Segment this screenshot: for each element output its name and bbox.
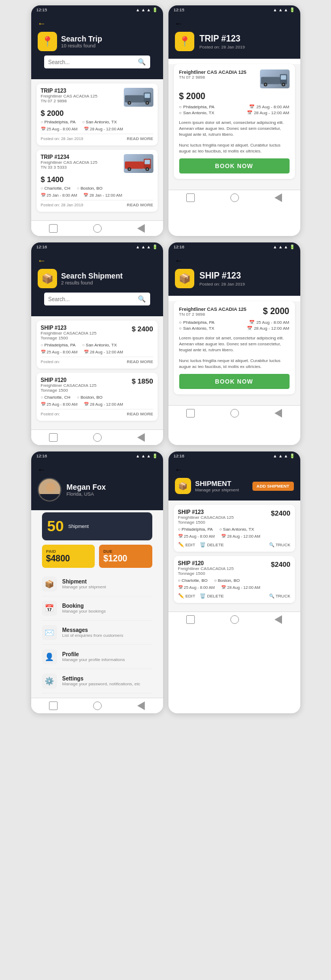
trip-detail-card-top: Freightliner CAS ACADIA 125 TN 07 2 9898: [179, 69, 290, 88]
svg-point-21: [46, 483, 55, 492]
back-arrow-2[interactable]: ←: [38, 256, 157, 266]
trip-detail-date2: 📅 28 Aug - 12:00 AM: [247, 110, 290, 115]
cal-icon-0a: 📅: [41, 127, 46, 131]
ship-detail-loc-row-2: ○ San Antonio, TX 📅 28 Aug - 12:00 AM: [179, 326, 290, 331]
trip-card-1-posted: Posted on: 28 Jan 2019: [41, 203, 83, 207]
ship-from-icon-1: ○: [41, 395, 44, 400]
nav-circle-1[interactable]: [93, 224, 102, 233]
manage-ship-card-0: SHIP #123 Freightliner CASACADIA 125 Ton…: [174, 505, 295, 552]
bottom-nav-1: [31, 220, 163, 236]
trip-card-0-tn: TN 07 2 9898: [41, 99, 97, 103]
ship-cal-1b: 📅: [84, 402, 89, 407]
shipment-search-bar[interactable]: 🔍: [44, 293, 150, 305]
nav-triangle-3r[interactable]: [274, 615, 282, 624]
nav-triangle-2[interactable]: [137, 433, 145, 442]
trip-title: Search Trip: [61, 34, 102, 43]
ship-card-0-date1: 📅 25 Aug - 8:00 AM: [41, 350, 78, 355]
menu-item-booking[interactable]: 📅 Booking Manage your bookings: [42, 596, 152, 621]
trip-card-0-readmore[interactable]: READ MORE: [127, 136, 153, 141]
nav-square-1[interactable]: [49, 224, 58, 233]
trip-card-1-readmore[interactable]: READ MORE: [127, 203, 153, 207]
nav-triangle-2r[interactable]: [274, 409, 282, 418]
truck-svg-0: [125, 89, 152, 106]
shipment-search-header: ← 📦 Search Shipment 2 results found 🔍: [31, 252, 163, 316]
nav-triangle-3[interactable]: [137, 701, 145, 710]
nav-square-3[interactable]: [49, 701, 58, 710]
back-arrow-3[interactable]: ←: [38, 465, 46, 474]
nav-circle-3r[interactable]: [230, 615, 239, 624]
back-arrow-1[interactable]: ←: [38, 19, 157, 29]
detail-from-icon: ○: [179, 105, 182, 109]
status-bar-2r: 12:16 ▲ ▲ ▲ 🔋: [168, 242, 300, 252]
truck-btn-1[interactable]: 🔍 TRUCK: [269, 594, 291, 599]
menu-messages-icon: ✉️: [42, 625, 57, 640]
svg-point-17: [265, 84, 266, 85]
truck-btn-0[interactable]: 🔍 TRUCK: [269, 543, 291, 547]
book-now-btn-1[interactable]: BOOK NOW: [179, 158, 290, 173]
row-3: 12:16 ▲ ▲ ▲ 🔋 ← Megan Fox Florid: [5, 451, 326, 713]
ship-to-icon-1: ○: [77, 395, 80, 400]
status-bar-1r: 12:15 ▲ ▲ ▲ 🔋: [168, 5, 300, 15]
shipment-detail-header: ← 📦 SHIP #123 Posted on: 28 Jan 2019: [168, 252, 300, 296]
delete-btn-0[interactable]: 🗑️ DELETE: [200, 542, 224, 547]
edit-btn-0[interactable]: ✏️ EDIT: [178, 542, 195, 547]
svg-rect-7: [125, 161, 144, 168]
trip-detail-desc1: Lorem ipsum dolor sit amet, consectetur …: [179, 120, 290, 138]
menu-item-shipment[interactable]: 📦 Shipment Manage your shipment: [42, 572, 152, 596]
ship-card-1-to: ○ Boston, BO: [77, 395, 103, 400]
ship-detail-tn: TN 07 2 9898: [179, 312, 247, 317]
menu-messages-title: Messages: [62, 627, 123, 633]
title-row-1: 📍 Search Trip 10 results found: [38, 32, 157, 51]
trip-card-1: TRIP #1234 Freightliner CAS ACADIA 125 T…: [37, 150, 158, 212]
trip-card-1-id: TRIP #1234: [41, 154, 97, 160]
bottom-nav-1r: [168, 190, 300, 205]
payment-due: DUE $1200: [99, 545, 152, 568]
search-trip-phone: 12:15 ▲ ▲ ▲ 🔋 ← 📍 Search Trip 10 results…: [31, 5, 163, 236]
ship-card-0-readmore[interactable]: READ MORE: [127, 359, 153, 364]
trip-detail-id: TRIP #123: [200, 34, 245, 44]
edit-icon-0: ✏️: [178, 542, 184, 547]
nav-circle-2[interactable]: [93, 433, 102, 442]
menu-item-settings[interactable]: ⚙️ Settings Manage your password, notifi…: [42, 669, 152, 693]
nav-square-2r[interactable]: [186, 409, 195, 418]
manage-cal-1b: 📅: [221, 585, 226, 590]
book-now-btn-2[interactable]: BOOK NOW: [179, 374, 290, 389]
manage-ship-1-tonnage: Tonnage 1500: [178, 571, 234, 576]
ship-detail-from-icon: ○: [179, 320, 182, 325]
manage-ship-0-id: SHIP #123: [178, 509, 234, 515]
back-arrow-1r[interactable]: ←: [175, 19, 184, 28]
trip-card-0-header: TRIP #123 Freightliner CAS ACADIA 125 TN…: [41, 88, 153, 107]
nav-square-3r[interactable]: [186, 615, 195, 624]
edit-btn-1[interactable]: ✏️ EDIT: [178, 593, 195, 599]
ship-card-1-readmore[interactable]: READ MORE: [127, 412, 153, 416]
icons-2r: ▲ ▲ ▲ 🔋: [273, 245, 294, 249]
menu-item-profile[interactable]: 👤 Profile Manage your profile informatio…: [42, 645, 152, 669]
nav-circle-3[interactable]: [93, 701, 102, 710]
nav-square-2[interactable]: [49, 433, 58, 442]
manage-ship-0-top: SHIP #123 Freightliner CASACADIA 125 Ton…: [178, 509, 291, 525]
nav-triangle-1[interactable]: [137, 224, 145, 233]
manage-ship-0-price: $2400: [271, 509, 290, 525]
trip-card-1-date1: 📅 25 Jan - 8:00 AM: [41, 193, 78, 198]
status-bar-2: 12:16 ▲ ▲ ▲ 🔋: [31, 242, 163, 252]
nav-circle-1r[interactable]: [230, 193, 239, 202]
trip-search-input[interactable]: [48, 59, 138, 65]
shipment-search-input[interactable]: [48, 296, 138, 302]
svg-rect-0: [125, 95, 144, 102]
trip-detail-loc-row-1: ○ Philadelphia, PA 📅 25 Aug - 8:00 AM: [179, 105, 290, 109]
truck-icon-0: 🔍: [269, 543, 274, 547]
back-arrow-3r[interactable]: ←: [175, 465, 184, 474]
paid-label: PAID: [46, 549, 91, 554]
delete-btn-1[interactable]: 🗑️ DELETE: [200, 593, 224, 599]
manage-title-group: 📦 SHIPMENT Manage your shipment: [175, 478, 239, 494]
manage-ship-icon: 📦: [175, 478, 191, 494]
trip-detail-body: Freightliner CAS ACADIA 125 TN 07 2 9898: [168, 64, 300, 190]
trip-search-bar[interactable]: 🔍: [44, 55, 150, 68]
back-arrow-2r[interactable]: ←: [175, 256, 184, 265]
nav-triangle-1r[interactable]: [274, 193, 282, 202]
menu-item-messages[interactable]: ✉️ Messages List of enquiries from custo…: [42, 621, 152, 645]
status-bar-1: 12:15 ▲ ▲ ▲ 🔋: [31, 5, 163, 15]
nav-circle-2r[interactable]: [230, 409, 239, 418]
nav-square-1r[interactable]: [186, 193, 195, 202]
add-shipment-btn[interactable]: ADD SHIPMENT: [252, 482, 294, 491]
